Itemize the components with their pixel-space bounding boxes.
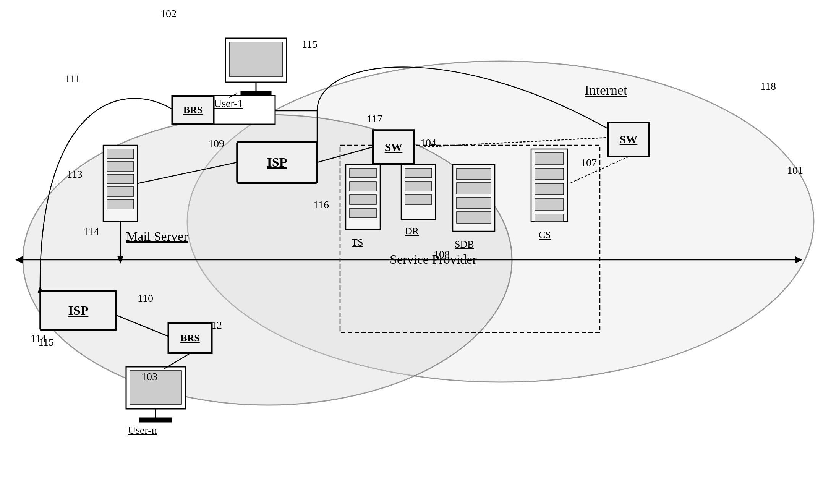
brs1-label: BRS bbox=[183, 104, 203, 116]
ref-113: 113 bbox=[67, 168, 83, 180]
svg-rect-30 bbox=[535, 153, 564, 164]
sdb-label: SDB bbox=[455, 239, 474, 250]
ref-115a: 115 bbox=[302, 38, 318, 50]
isp2-label: ISP bbox=[68, 303, 89, 318]
svg-rect-16 bbox=[350, 168, 376, 178]
ref-109: 109 bbox=[208, 138, 224, 150]
usern-label: User-n bbox=[128, 424, 157, 436]
svg-rect-31 bbox=[535, 168, 564, 180]
ref-102: 102 bbox=[160, 8, 177, 20]
svg-rect-22 bbox=[405, 182, 432, 191]
ts-label: TS bbox=[352, 237, 363, 248]
brs2-label: BRS bbox=[180, 332, 200, 344]
svg-rect-33 bbox=[535, 199, 564, 210]
svg-rect-38 bbox=[107, 174, 134, 184]
svg-rect-28 bbox=[457, 212, 491, 223]
svg-rect-40 bbox=[107, 199, 134, 209]
isp1-box: ISP bbox=[237, 141, 317, 183]
svg-rect-9 bbox=[241, 91, 271, 96]
user1-label: User-1 bbox=[214, 97, 243, 110]
service-provider-label: Service Provider bbox=[390, 252, 477, 267]
sw2-label: SW bbox=[620, 133, 638, 146]
svg-rect-36 bbox=[107, 149, 134, 159]
svg-rect-23 bbox=[405, 195, 432, 204]
ref-111: 111 bbox=[65, 73, 80, 85]
svg-rect-32 bbox=[535, 183, 564, 195]
svg-rect-25 bbox=[457, 168, 491, 180]
svg-rect-19 bbox=[350, 208, 376, 218]
ref-116: 116 bbox=[313, 199, 329, 211]
sw1-label: SW bbox=[385, 141, 403, 154]
ref-118: 118 bbox=[760, 80, 776, 92]
ref-107: 107 bbox=[581, 157, 597, 169]
ref-104: 104 bbox=[420, 137, 436, 149]
ref-103: 103 bbox=[141, 371, 157, 383]
diagram-container: 102 101 103 104 106 107 108 109 110 111 … bbox=[0, 0, 823, 504]
isp2-box: ISP bbox=[40, 290, 117, 331]
svg-marker-4 bbox=[15, 256, 23, 264]
svg-rect-27 bbox=[457, 197, 491, 209]
svg-rect-39 bbox=[107, 187, 134, 196]
svg-rect-18 bbox=[350, 195, 376, 204]
brs2-box: BRS bbox=[168, 323, 212, 353]
ref-101: 101 bbox=[787, 164, 803, 177]
svg-rect-34 bbox=[535, 214, 564, 222]
ref-110: 110 bbox=[138, 292, 153, 305]
ref-117: 117 bbox=[367, 113, 382, 125]
internet-label: Internet bbox=[585, 82, 627, 98]
svg-rect-46 bbox=[139, 418, 172, 422]
ref-115b: 115 bbox=[38, 336, 54, 348]
isp1-label: ISP bbox=[267, 155, 287, 170]
svg-rect-17 bbox=[350, 182, 376, 191]
sw1-box: SW bbox=[373, 130, 415, 164]
sw2-box: SW bbox=[608, 122, 650, 157]
svg-rect-7 bbox=[229, 42, 283, 76]
svg-rect-21 bbox=[405, 168, 432, 178]
ref-114a: 114 bbox=[83, 225, 99, 238]
cs-label: CS bbox=[539, 229, 551, 241]
mail-server-label: Mail Server bbox=[126, 229, 188, 244]
brs1-box: BRS bbox=[172, 96, 214, 124]
dr-label: DR bbox=[405, 225, 419, 237]
svg-rect-26 bbox=[457, 183, 491, 194]
svg-rect-37 bbox=[107, 162, 134, 171]
